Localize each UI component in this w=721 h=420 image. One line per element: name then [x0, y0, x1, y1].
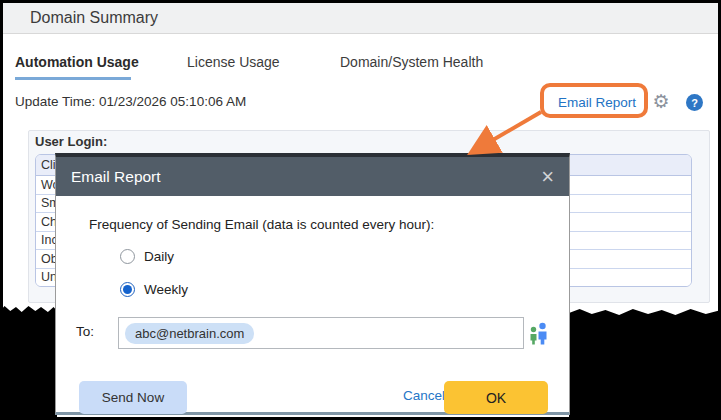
dialog-title: Email Report	[71, 168, 161, 186]
gear-icon[interactable]: ⚙	[650, 91, 672, 113]
email-address-chip[interactable]: abc@netbrain.com	[125, 323, 254, 344]
domain-summary-window: Domain Summary Automation Usage License …	[0, 0, 721, 420]
to-label: To:	[76, 324, 94, 339]
ok-button[interactable]: OK	[444, 381, 548, 414]
radio-daily[interactable]: Daily	[120, 249, 174, 264]
send-now-button[interactable]: Send Now	[79, 381, 187, 414]
window-titlebar: Domain Summary	[3, 3, 718, 34]
redaction-block-left	[0, 305, 57, 420]
help-icon[interactable]: ?	[686, 94, 703, 111]
frequency-label: Frequency of Sending Email (data is coun…	[89, 217, 434, 232]
window-title: Domain Summary	[30, 9, 158, 27]
tab-automation-usage[interactable]: Automation Usage	[15, 54, 139, 70]
user-login-label: User Login:	[35, 134, 107, 149]
radio-weekly[interactable]: Weekly	[120, 282, 188, 297]
redaction-block-right	[569, 308, 721, 420]
radio-button-icon[interactable]	[120, 282, 135, 297]
active-tab-underline	[15, 77, 131, 80]
close-icon[interactable]: ×	[541, 167, 554, 187]
tab-domain-system-health[interactable]: Domain/System Health	[340, 54, 483, 70]
select-users-icon[interactable]	[528, 321, 550, 345]
dialog-titlebar[interactable]: Email Report ×	[56, 157, 569, 196]
update-time-text: Update Time: 01/23/2026 05:10:06 AM	[15, 94, 246, 109]
radio-weekly-label[interactable]: Weekly	[144, 282, 188, 297]
email-report-dialog: Email Report × Frequency of Sending Emai…	[55, 153, 570, 415]
email-report-link[interactable]: Email Report	[558, 95, 636, 110]
radio-button-icon[interactable]	[120, 249, 135, 264]
radio-daily-label[interactable]: Daily	[144, 249, 174, 264]
recipient-input[interactable]: abc@netbrain.com	[118, 317, 524, 349]
tab-license-usage[interactable]: License Usage	[187, 54, 280, 70]
